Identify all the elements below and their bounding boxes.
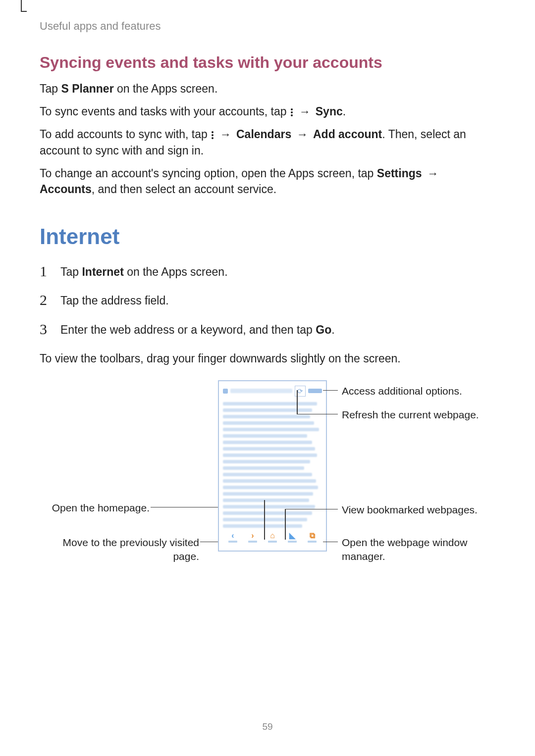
bold-internet: Internet	[82, 265, 123, 278]
text: To sync events and tasks with your accou…	[40, 105, 290, 118]
back-icon: ‹	[231, 532, 234, 540]
text: on the Apps screen.	[124, 265, 228, 278]
arrow-icon: →	[218, 128, 233, 141]
nav-windows-button[interactable]: ⧉	[302, 532, 322, 543]
arrow-icon: →	[295, 128, 310, 141]
step-2: Tap the address field.	[40, 293, 496, 308]
callout-refresh: Refresh the current webpage.	[342, 408, 479, 422]
step-1: Tap Internet on the Apps screen.	[40, 264, 496, 280]
bold-settings: Settings	[377, 167, 422, 180]
bold-add-account: Add account	[313, 128, 382, 141]
arrow-icon: →	[425, 167, 440, 180]
page-number: 59	[0, 721, 535, 732]
section-title-internet: Internet	[40, 224, 496, 249]
nav-back-button[interactable]: ‹	[223, 532, 243, 543]
phone-screenshot: ⟳ ‹ ›	[218, 380, 327, 552]
text: Tap the address field.	[60, 294, 169, 307]
lock-icon	[223, 389, 228, 394]
leader-line	[264, 500, 265, 540]
text: To add accounts to sync with, tap	[40, 128, 211, 141]
text: .	[331, 323, 334, 336]
nav-label-blur	[268, 541, 277, 543]
text: To change an account's syncing option, o…	[40, 167, 377, 180]
paragraph-sync: To sync events and tasks with your accou…	[40, 103, 496, 119]
browser-figure: ⟳ ‹ ›	[40, 380, 496, 558]
more-icon	[290, 107, 294, 117]
forward-icon: ›	[251, 532, 254, 540]
refresh-icon: ⟳	[297, 387, 303, 395]
callout-access-options: Access additional options.	[342, 384, 462, 398]
more-options-button[interactable]	[308, 389, 322, 393]
text: Tap	[60, 265, 82, 278]
leader-line	[323, 390, 338, 391]
crop-mark	[21, 0, 27, 12]
bold-accounts: Accounts	[40, 183, 92, 196]
callout-window-manager: Open the webpage window manager.	[342, 536, 481, 564]
paragraph-toolbars: To view the toolbars, drag your finger d…	[40, 351, 496, 366]
steps-list: Tap Internet on the Apps screen. Tap the…	[40, 264, 496, 338]
nav-label-blur	[248, 541, 257, 543]
nav-label-blur	[288, 541, 297, 543]
nav-label-blur	[228, 541, 237, 543]
leader-line	[285, 509, 286, 540]
windows-icon: ⧉	[310, 532, 315, 540]
manual-page: Useful apps and features Syncing events …	[0, 0, 535, 756]
paragraph-add-account: To add accounts to sync with, tap → Cale…	[40, 126, 496, 158]
url-text-blur	[230, 389, 292, 393]
callout-homepage: Open the homepage.	[46, 501, 150, 515]
leader-line	[297, 390, 298, 414]
arrow-icon: →	[297, 105, 312, 118]
leader-line	[285, 509, 338, 510]
paragraph-splanner: Tap S Planner on the Apps screen.	[40, 81, 496, 97]
step-3: Enter the web address or a keyword, and …	[40, 322, 496, 338]
leader-line	[297, 414, 338, 415]
running-header: Useful apps and features	[40, 20, 496, 33]
text: , and then select an account service.	[92, 183, 276, 196]
text: Enter the web address or a keyword, and …	[60, 323, 316, 336]
leader-line	[151, 507, 218, 508]
home-icon: ⌂	[270, 532, 275, 540]
nav-home-button[interactable]: ⌂	[263, 532, 282, 543]
bold-calendars: Calendars	[236, 128, 291, 141]
text: on the Apps screen.	[114, 82, 218, 95]
text: .	[343, 105, 346, 118]
bookmark-icon: ◣	[289, 532, 295, 540]
bold-go: Go	[316, 323, 331, 336]
bold-s-planner: S Planner	[61, 82, 113, 95]
nav-label-blur	[308, 541, 317, 543]
browser-url-bar: ⟳	[223, 385, 322, 397]
text: Tap	[40, 82, 61, 95]
callout-back-page: Move to the previously visited page.	[46, 536, 199, 564]
bold-sync: Sync	[316, 105, 343, 118]
leader-line	[200, 542, 218, 543]
paragraph-change-sync: To change an account's syncing option, o…	[40, 165, 496, 197]
leader-line	[323, 542, 338, 543]
nav-forward-button[interactable]: ›	[243, 532, 263, 543]
browser-nav-bar: ‹ › ⌂ ◣ ⧉	[223, 532, 322, 547]
callout-bookmarks: View bookmarked webpages.	[342, 503, 478, 517]
section-heading-syncing: Syncing events and tasks with your accou…	[40, 53, 496, 72]
more-icon	[211, 130, 214, 140]
